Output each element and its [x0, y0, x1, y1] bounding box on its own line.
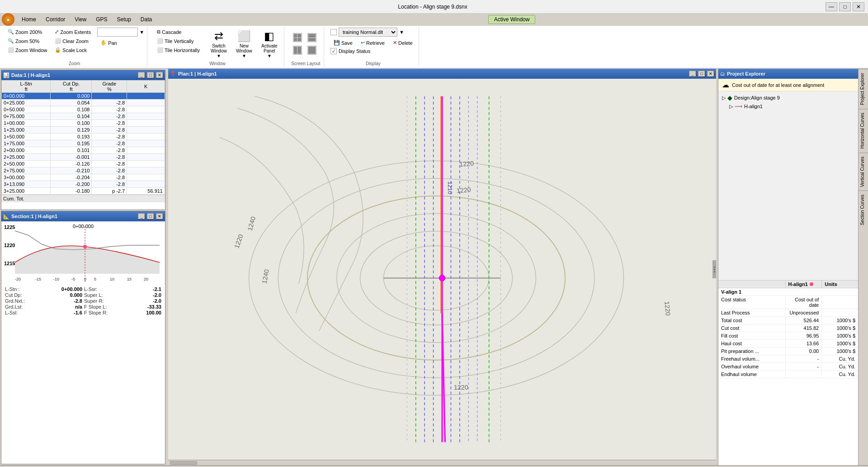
section-panel-maximize[interactable]: □	[147, 213, 154, 219]
warning-text: Cost out of date for at least one alignm…	[732, 82, 824, 88]
section-elev3: 1215	[4, 261, 15, 266]
cost-unit: 1000's $	[822, 332, 858, 339]
window-group: ⧉ Cascade ⬜ Tile Vertically ⬜ Tile Horiz…	[151, 27, 284, 67]
table-row[interactable]: 1+00.000 0.100 -2.8	[2, 120, 165, 127]
plan-scrollbar-h[interactable]	[168, 460, 716, 465]
section-panel-minimize[interactable]: _	[138, 213, 145, 219]
cell-l-stn: 3+13.090	[2, 181, 51, 188]
cost-col-halign: H-align1	[786, 281, 822, 288]
l-stn-row: L-Stn : 0+00.000	[5, 286, 82, 292]
cell-l-stn: 1+75.000	[2, 140, 51, 147]
table-row[interactable]: 0+75.000 0.104 -2.8	[2, 113, 165, 120]
layout-btn-2[interactable]	[305, 32, 319, 43]
side-tab-vertical-curves[interactable]: Vertical Curves	[859, 152, 868, 191]
zoom-input[interactable]	[97, 28, 138, 37]
zoom-extents-icon: ⤢	[55, 29, 59, 35]
table-row[interactable]: 2+25.000 -0.001 -2.8	[2, 154, 165, 161]
display-checkbox[interactable]	[330, 29, 337, 35]
table-row[interactable]: 0+25.000 0.054 -2.8	[2, 100, 165, 106]
table-row[interactable]: 3+00.000 -0.204 -2.8	[2, 174, 165, 181]
cost-col-units: Units	[822, 281, 858, 288]
side-tab-horizontal-curves[interactable]: Horizontal Curves	[859, 109, 868, 152]
ribbon: 🔍 Zoom 200% 🔍 Zoom 50% ⬜ Zoom Window ⤢	[0, 25, 868, 69]
cell-k	[127, 127, 165, 133]
side-tab-section-curves[interactable]: Section Curves	[859, 191, 868, 229]
plan-view[interactable]: 📍 Plan:1 | H-align1 _ □ ✕	[168, 69, 716, 465]
retrieve-button[interactable]: ↩ Retrieve	[358, 38, 388, 47]
col-grade: Grade%	[92, 81, 127, 93]
table-row[interactable]: 3+13.090 -0.200 -2.8	[2, 181, 165, 188]
col-l-stn: L-Stnft	[2, 81, 51, 93]
table-row[interactable]: 0+50.000 0.108 -2.8	[2, 106, 165, 113]
cost-value: Unprocessed	[786, 309, 822, 316]
section-panel-close[interactable]: ✕	[156, 213, 163, 219]
zoom50-button[interactable]: 🔍 Zoom 50%	[5, 37, 50, 45]
menu-home[interactable]: Home	[17, 15, 41, 24]
side-tab-project-explorer[interactable]: Project Explorer	[859, 69, 868, 109]
design-item[interactable]: ▷ ◆ Design:Align stage 9	[720, 93, 856, 102]
zoom-dropdown: ▼	[97, 28, 144, 37]
plan-map-area[interactable]: 1220 1220 1220 1220 1240 1220 1240	[168, 79, 716, 460]
maximize-button[interactable]: □	[839, 2, 851, 11]
menu-setup[interactable]: Setup	[113, 15, 136, 24]
svg-text:-10: -10	[53, 277, 59, 281]
pan-button[interactable]: ✋ Pan	[97, 38, 144, 47]
svg-text:-15: -15	[35, 277, 41, 281]
table-row[interactable]: 1+25.000 0.129 -2.8	[2, 127, 165, 133]
table-row[interactable]: 2+75.000 -0.210 -2.8	[2, 167, 165, 174]
data-panel-minimize[interactable]: _	[138, 72, 145, 78]
cost-row: Last Process Unprocessed	[718, 309, 858, 317]
zoom50-icon: 🔍	[8, 38, 14, 44]
plan-close[interactable]: ✕	[707, 71, 714, 77]
plan-minimize[interactable]: _	[689, 71, 696, 77]
table-row[interactable]: 2+00.000 0.101 -2.8	[2, 147, 165, 154]
menu-gps[interactable]: GPS	[91, 15, 112, 24]
new-window-button[interactable]: ⬜ New Window ▼	[232, 28, 256, 60]
minimize-button[interactable]: —	[826, 2, 837, 11]
section-panel-titlebar: 📐 Section:1 | H-align1 _ □ ✕	[1, 211, 165, 221]
table-row[interactable]: 1+75.000 0.195 -2.8	[2, 140, 165, 147]
data-panel-maximize[interactable]: □	[147, 72, 154, 78]
svg-text:5: 5	[94, 277, 96, 281]
new-window-icon: ⬜	[237, 29, 251, 43]
menu-data[interactable]: Data	[136, 15, 156, 24]
display-dropdown[interactable]: training Normal.dlt	[339, 28, 397, 37]
layout-btn-3[interactable]	[291, 44, 304, 56]
align-item[interactable]: ▷ ⟿ H-align1	[727, 102, 856, 110]
active-window-button[interactable]: Active Window	[488, 15, 536, 24]
cell-cut-dp: 0.193	[51, 133, 92, 140]
zoom-window-button[interactable]: ⬜ Zoom Window	[5, 46, 50, 54]
table-row[interactable]: 1+50.000 0.193 -2.8	[2, 133, 165, 140]
zoom-extents-button[interactable]: ⤢ Zoom Extents	[52, 28, 94, 36]
clear-zoom-button[interactable]: ⬜ Clear Zoom	[52, 37, 94, 45]
screen-layout-group: Screen Layout	[288, 27, 324, 67]
svg-text:-20: -20	[15, 277, 21, 281]
zoom-dropdown-arrow[interactable]: ▼	[139, 29, 144, 35]
close-button[interactable]: ✕	[853, 2, 864, 11]
tile-horizontally-button[interactable]: ⬜ Tile Horizontally	[154, 46, 203, 54]
cascade-button[interactable]: ⧉ Cascade	[154, 28, 203, 36]
zoom200-button[interactable]: 🔍 Zoom 200%	[5, 28, 50, 36]
menu-view[interactable]: View	[70, 15, 91, 24]
table-row[interactable]: 0+00.000 0.000	[2, 93, 165, 100]
layout-btn-1[interactable]	[291, 32, 304, 43]
plan-maximize[interactable]: □	[698, 71, 705, 77]
delete-button[interactable]: ✕ Delete	[390, 38, 416, 47]
menu-corridor[interactable]: Corridor	[41, 15, 70, 24]
tile-vertically-icon: ⬜	[157, 38, 163, 44]
table-row[interactable]: 2+50.000 -0.126 -2.8	[2, 161, 165, 167]
f-slope-r-row: F Slope R: 100.00	[84, 310, 161, 315]
layout-btn-4[interactable]	[305, 44, 319, 56]
zoom200-icon: 🔍	[8, 29, 14, 35]
switch-window-button[interactable]: ⇄ Switch Window ▼	[207, 28, 231, 60]
super-l-row: Super L: -2.0	[84, 292, 161, 298]
scale-lock-button[interactable]: 🔒 Scale Lock	[52, 46, 94, 54]
data-panel-close[interactable]: ✕	[156, 72, 163, 78]
activate-panel-button[interactable]: ◧ Activate Panel ▼	[258, 28, 281, 60]
cell-k	[127, 181, 165, 188]
tile-vertically-button[interactable]: ⬜ Tile Vertically	[154, 37, 203, 45]
plan-splitter[interactable]	[712, 260, 716, 278]
table-row[interactable]: 3+25.000 -0.180 p -2.7 56.911	[2, 188, 165, 195]
save-display-button[interactable]: 💾 Save	[330, 38, 356, 47]
display-status-check[interactable]: ✓	[330, 48, 337, 54]
